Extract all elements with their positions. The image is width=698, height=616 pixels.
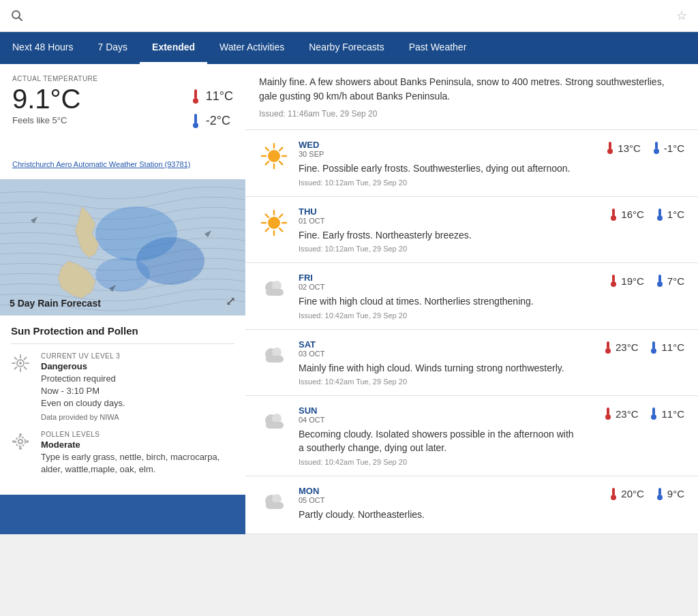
pollen-title: Moderate	[41, 440, 234, 450]
day-name: SAT	[299, 339, 579, 350]
uv-protection: Protection required	[41, 373, 125, 385]
day-high: 20°C	[609, 487, 644, 501]
day-icon	[259, 140, 289, 171]
day-date: 30 SEP	[299, 150, 579, 158]
svg-point-3	[193, 98, 198, 104]
temperature-card: ACTUAL TEMPERATURE 9.1°C Feels like 5°C …	[0, 64, 245, 179]
cold-icon	[652, 141, 661, 155]
tab-past[interactable]: Past Weather	[397, 32, 479, 64]
svg-rect-71	[266, 422, 284, 429]
uv-content: CURRENT UV LEVEL 3 Dangerous Protection …	[41, 352, 125, 421]
day-low: 11°C	[649, 407, 684, 420]
day-high: 19°C	[609, 274, 644, 288]
day-icon	[259, 206, 289, 238]
svg-line-50	[279, 214, 282, 217]
day-temps: 13°C -1°C	[589, 140, 684, 155]
search-icon	[11, 10, 23, 22]
cold-icon	[655, 208, 665, 221]
day-info: MON 05 OCT Partly cloudy. Northeasterlie…	[299, 486, 579, 525]
day-high: 23°C	[603, 407, 639, 420]
svg-rect-74	[652, 407, 655, 415]
day-info: FRI 02 OCT Fine with high cloud at times…	[299, 273, 579, 320]
day-high: 23°C	[603, 341, 639, 354]
uv-title: Dangerous	[41, 361, 125, 371]
day-low: 11°C	[649, 341, 684, 354]
thermometer-cold-icon	[189, 112, 202, 129]
svg-line-1	[19, 18, 22, 21]
hot-icon	[609, 274, 618, 288]
svg-point-24	[18, 440, 22, 444]
day-icon	[259, 486, 289, 517]
svg-point-70	[272, 414, 282, 423]
day-row: SUN 04 OCT Becoming cloudy. Isolated sho…	[245, 396, 698, 476]
tab-extended[interactable]: Extended	[140, 32, 207, 64]
day-info: THU 01 OCT Fine. Early frosts. Northeast…	[299, 206, 579, 253]
day-low: 1°C	[655, 208, 684, 221]
tab-water[interactable]: Water Activities	[207, 32, 297, 64]
day-date: 04 OCT	[299, 416, 579, 424]
svg-point-61	[657, 281, 663, 287]
day-desc: Becoming cloudy. Isolated showers possib…	[299, 428, 579, 455]
expand-icon[interactable]: ⤢	[226, 294, 236, 309]
day-icon	[259, 405, 289, 437]
svg-rect-2	[194, 89, 197, 99]
favorite-icon[interactable]: ☆	[676, 8, 687, 23]
day-desc: Mainly fine with high cloud. Winds turni…	[299, 362, 579, 375]
map-label: 5 Day Rain Forecast	[10, 298, 101, 309]
svg-point-41	[654, 149, 659, 154]
day-desc: Fine. Early frosts. Northeasterly breeze…	[299, 229, 579, 243]
svg-rect-67	[652, 341, 655, 349]
svg-line-22	[25, 358, 27, 360]
pollen-content: POLLEN LEVELS Moderate Type is early gra…	[41, 431, 234, 476]
station-link[interactable]: Christchurch Aero Automatic Weather Stat…	[12, 160, 233, 168]
search-bar: Christchurch Central - Extended ☆	[0, 0, 698, 32]
day-desc: Fine. Possible early frosts. Southwester…	[299, 162, 579, 176]
hot-icon	[605, 141, 615, 155]
svg-line-35	[279, 161, 282, 164]
high-temp-val: 20°C	[621, 488, 644, 499]
svg-rect-40	[655, 142, 658, 149]
low-temp-val: 11°C	[661, 408, 684, 420]
day-low: -1°C	[652, 141, 684, 155]
cold-icon	[655, 487, 665, 501]
svg-point-28	[26, 440, 29, 443]
rain-map[interactable]	[0, 179, 245, 315]
day-name: SUN	[299, 405, 579, 416]
hot-icon	[609, 208, 618, 221]
svg-line-21	[15, 367, 17, 369]
svg-point-52	[611, 215, 616, 221]
svg-rect-79	[612, 488, 615, 495]
day-issued: Issued: 10:42am Tue, 29 Sep 20	[299, 458, 579, 466]
tab-7days[interactable]: 7 Days	[85, 32, 140, 64]
map-card: 5 Day Rain Forecast ⤢	[0, 179, 245, 315]
top-forecast-issued: Issued: 11:46am Tue, 29 Sep 20	[259, 109, 684, 119]
svg-point-39	[607, 149, 613, 154]
svg-point-77	[272, 494, 282, 504]
day-desc: Fine with high cloud at times. Northerli…	[299, 295, 579, 309]
high-temp-val: 16°C	[621, 209, 644, 220]
main-temperature: 9.1°C	[12, 85, 81, 112]
svg-rect-81	[658, 488, 661, 495]
svg-rect-53	[658, 209, 661, 216]
day-desc: Partly cloudy. Northeasterlies.	[299, 508, 579, 522]
top-forecast-text: Mainly fine. A few showers about Banks P…	[259, 75, 684, 104]
svg-point-75	[651, 414, 656, 420]
low-temp: -2°C	[206, 114, 230, 128]
high-temp-val: 23°C	[616, 408, 639, 420]
search-input[interactable]: Christchurch Central - Extended	[30, 10, 669, 22]
tab-nearby[interactable]: Nearby Forecasts	[297, 32, 396, 64]
svg-rect-64	[266, 356, 284, 363]
uv-time: Now - 3:10 PM	[41, 385, 125, 397]
svg-point-63	[272, 348, 282, 357]
svg-rect-65	[607, 341, 609, 349]
low-temp-val: 9°C	[667, 488, 684, 499]
svg-line-19	[15, 358, 17, 360]
svg-rect-38	[609, 142, 611, 149]
svg-point-9	[95, 258, 150, 292]
day-high: 16°C	[609, 208, 644, 221]
tab-next48[interactable]: Next 48 Hours	[0, 32, 85, 64]
day-info: WED 30 SEP Fine. Possible early frosts. …	[299, 140, 579, 187]
day-row: FRI 02 OCT Fine with high cloud at times…	[245, 263, 698, 330]
day-date: 02 OCT	[299, 283, 579, 291]
svg-line-36	[266, 161, 269, 164]
